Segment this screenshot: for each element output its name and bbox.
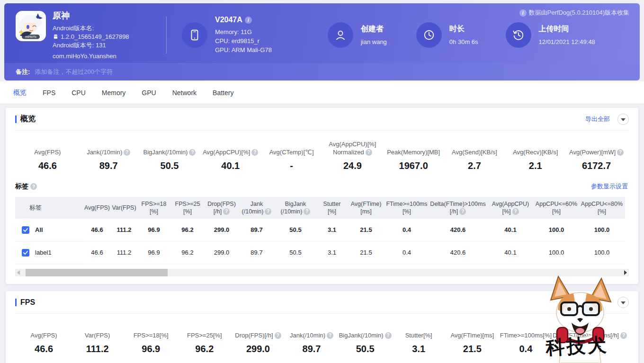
labels-table: 标签 All label1 Avg(FPS) Var(FPS) FPS>=18[… bbox=[15, 197, 629, 264]
col-fps-ge25: FPS>=25[%] bbox=[170, 197, 205, 219]
param-display-settings-link[interactable]: 参数显示设置 bbox=[591, 182, 628, 191]
remark-label: 备注: bbox=[16, 68, 30, 76]
help-icon[interactable]: ? bbox=[30, 183, 37, 190]
export-all-link[interactable]: 导出全部 bbox=[585, 115, 610, 124]
tab-overview[interactable]: 概览 bbox=[13, 89, 27, 97]
app-icon-brand-text: miHoYo bbox=[25, 35, 36, 38]
help-icon[interactable]: ? bbox=[366, 149, 372, 156]
help-icon[interactable]: ? bbox=[385, 332, 392, 339]
device-model: V2047A bbox=[215, 16, 242, 24]
overview-metrics-row: Avg(FPS)46.6 Jank(/10min)?89.7 BigJank(/… bbox=[15, 131, 629, 175]
tab-memory[interactable]: Memory bbox=[102, 89, 126, 97]
fps-metrics-row: Avg(FPS)46.6 Var(FPS)111.2 FPS>=18[%]96.… bbox=[15, 314, 629, 358]
overview-title: 概览 bbox=[20, 114, 36, 124]
col-appcpu-le80: AppCPU<=80%[%] bbox=[579, 197, 625, 219]
help-icon[interactable]: ? bbox=[275, 332, 281, 339]
collector-note-text: 数据由PerfDog(5.0.210104)版本收集 bbox=[529, 9, 629, 17]
title-accent-bar bbox=[15, 299, 17, 306]
history-clock-icon bbox=[506, 22, 531, 48]
android-version-code: Android版本号: 131 bbox=[53, 41, 129, 50]
creator-block: 创建者 jian wang bbox=[328, 22, 387, 48]
fps-metric-delta-ftime: Delta(FTime)>100ms[/h]?420.6 bbox=[553, 323, 627, 354]
device-info-block: V2047A i Memory: 11G CPU: erd9815_r GPU:… bbox=[182, 16, 272, 54]
tab-fps[interactable]: FPS bbox=[43, 89, 55, 97]
fps-metric-var-fps: Var(FPS)111.2 bbox=[71, 323, 124, 354]
upload-time-block: 上传时间 12/01/2021 12:49:48 bbox=[506, 22, 595, 48]
collapse-fps-button[interactable] bbox=[617, 297, 629, 308]
help-icon[interactable]: ? bbox=[327, 332, 333, 339]
collector-note: i 数据由PerfDog(5.0.210104)版本收集 bbox=[519, 9, 629, 17]
duration-block: 时长 0h 30m 6s bbox=[416, 22, 478, 48]
help-icon[interactable]: ? bbox=[251, 149, 258, 156]
info-icon: i bbox=[519, 9, 527, 17]
help-icon[interactable]: ? bbox=[620, 332, 627, 339]
table-row-label1: 46.6 111.2 96.9 96.2 299.0 89.7 50.5 3.1… bbox=[83, 241, 629, 264]
overview-card: 概览 导出全部 Avg(FPS)46.6 Jank(/10min)?89.7 B… bbox=[6, 108, 638, 284]
creator-label: 创建者 bbox=[361, 24, 387, 34]
help-icon[interactable]: ? bbox=[189, 149, 196, 156]
checkbox-label1[interactable] bbox=[22, 249, 29, 257]
col-avg-ftime: Avg(FTime)[ms] bbox=[348, 197, 385, 219]
fps-metric-avg-fps: Avg(FPS)46.6 bbox=[17, 323, 71, 354]
device-memory: Memory: 11G bbox=[215, 27, 272, 36]
help-icon[interactable]: ? bbox=[617, 149, 624, 156]
scroll-right-arrow[interactable] bbox=[622, 269, 629, 276]
fps-metric-fps-ge18: FPS>=18[%]96.9 bbox=[124, 323, 178, 354]
metric-peak-memory: Peak(Memory)[MB]1967.0 bbox=[383, 140, 444, 171]
upload-time-label: 上传时间 bbox=[539, 24, 595, 34]
metric-avg-ctemp: Avg(CTemp)[℃]- bbox=[261, 140, 322, 171]
checkbox-all[interactable] bbox=[22, 226, 29, 234]
col-avg-fps: Avg(FPS) bbox=[83, 197, 111, 219]
col-var-fps: Var(FPS) bbox=[111, 197, 137, 219]
tab-battery[interactable]: Battery bbox=[213, 89, 233, 97]
scrollbar-track[interactable] bbox=[22, 269, 622, 276]
help-icon[interactable]: ? bbox=[223, 208, 230, 215]
device-cpu: CPU: erd9815_r bbox=[215, 36, 272, 45]
table-row-all: 46.6 111.2 96.9 96.2 299.0 89.7 50.5 3.1… bbox=[83, 219, 629, 241]
device-info-icon[interactable]: i bbox=[245, 17, 252, 24]
duration-label: 时长 bbox=[449, 24, 478, 34]
help-icon[interactable]: ? bbox=[124, 149, 130, 156]
collapse-overview-button[interactable] bbox=[617, 114, 629, 125]
help-icon[interactable]: ? bbox=[512, 208, 519, 215]
fps-metric-ftime-ge100: FTime>=100ms[%]0.4 bbox=[499, 323, 553, 354]
fps-metric-drop-fps: Drop(FPS)[/h]?299.0 bbox=[231, 323, 285, 354]
upload-time-value: 12/01/2021 12:49:48 bbox=[539, 37, 595, 46]
metric-avg-fps: Avg(FPS)46.6 bbox=[17, 140, 78, 171]
phone-icon bbox=[182, 22, 207, 48]
table-header-row: Avg(FPS) Var(FPS) FPS>=18[%] FPS>=25[%] … bbox=[83, 197, 629, 219]
app-name: 原神 bbox=[53, 10, 129, 21]
fps-card: FPS Avg(FPS)46.6 Var(FPS)111.2 FPS>=18[%… bbox=[6, 291, 638, 363]
metric-avg-recv: Avg(Recv)[KB/s]2.1 bbox=[505, 140, 566, 171]
header-divider bbox=[166, 17, 167, 53]
help-icon[interactable]: ? bbox=[265, 208, 271, 215]
scrollbar-thumb[interactable] bbox=[26, 269, 168, 276]
metric-avg-send: Avg(Send)[KB/s]2.7 bbox=[444, 140, 505, 171]
app-info-block: miHoYo 原神 Android版本名: 1.2.0_1565149_16 bbox=[16, 10, 166, 61]
scroll-left-arrow[interactable] bbox=[15, 269, 22, 276]
help-icon[interactable]: ? bbox=[459, 208, 466, 215]
col-drop-fps: Drop(FPS)[/h]? bbox=[205, 197, 239, 219]
tab-gpu[interactable]: GPU bbox=[142, 89, 156, 97]
label-row-label1: label1 bbox=[15, 241, 83, 264]
creator-value: jian wang bbox=[361, 37, 387, 46]
metric-avg-appcpu: Avg(AppCPU)[%]?40.1 bbox=[200, 140, 261, 171]
col-avg-appcpu: Avg(AppCPU)[%]? bbox=[487, 197, 534, 219]
metric-jank: Jank(/10min)?89.7 bbox=[78, 140, 139, 171]
report-header: i 数据由PerfDog(5.0.210104)版本收集 bbox=[4, 3, 640, 80]
metric-avg-power: Avg(Power)[mW]?6172.7 bbox=[566, 140, 627, 171]
labels-col-header: 标签 bbox=[15, 197, 83, 219]
help-icon[interactable]: ? bbox=[304, 208, 310, 215]
remark-bar: 备注: bbox=[4, 63, 640, 80]
fps-metric-fps-ge25: FPS>=25[%]96.2 bbox=[178, 323, 231, 354]
device-gpu: GPU: ARM Mali-G78 bbox=[215, 45, 272, 54]
metric-bigjank: BigJank(/10min)?50.5 bbox=[139, 140, 200, 171]
fps-metric-jank: Jank(/10min)?89.7 bbox=[285, 323, 338, 354]
section-tabbar: 概览 FPS CPU Memory GPU Network Battery bbox=[0, 81, 644, 104]
col-ftime-ge100: FTime>=100ms[%] bbox=[385, 197, 429, 219]
tab-cpu[interactable]: CPU bbox=[72, 89, 86, 97]
tab-network[interactable]: Network bbox=[172, 89, 197, 97]
clock-icon bbox=[416, 22, 442, 48]
duration-value: 0h 30m 6s bbox=[449, 37, 478, 46]
remark-input[interactable] bbox=[35, 68, 628, 75]
